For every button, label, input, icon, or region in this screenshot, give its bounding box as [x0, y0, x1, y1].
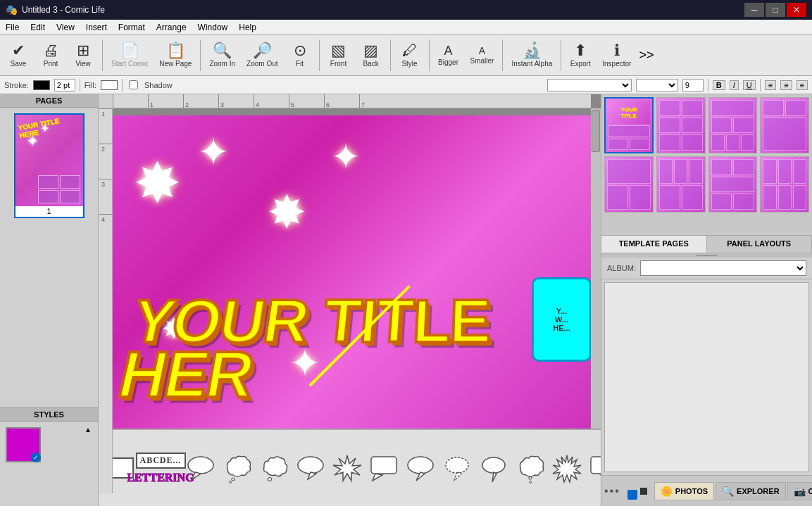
- close-button[interactable]: ✕: [787, 3, 806, 17]
- save-button[interactable]: ✔ Save: [3, 40, 34, 70]
- italic-button[interactable]: I: [730, 80, 739, 90]
- align-center-button[interactable]: ≡: [780, 80, 792, 90]
- new-page-button[interactable]: 📋 New Page: [154, 40, 196, 70]
- scrollbar-thumb[interactable]: [592, 110, 600, 152]
- zoom-out-button[interactable]: 🔎 Zoom Out: [242, 40, 282, 70]
- template-thumb-4[interactable]: [760, 97, 809, 153]
- style-label: Style: [401, 60, 417, 68]
- thumb-star-2: ✦: [40, 122, 49, 135]
- tab-template-pages[interactable]: TEMPLATE PAGES: [601, 236, 707, 253]
- balloon-oval-down-1[interactable]: [403, 453, 438, 483]
- instant-alpha-icon: 🔬: [523, 43, 542, 58]
- toolbar: ✔ Save 🖨 Print ⊞ View 📄 Start Comic 📋 Ne…: [0, 35, 812, 76]
- camera-tab[interactable]: 📷 CAMERA: [787, 482, 812, 500]
- template-scroll[interactable]: YOURTITLE: [601, 94, 812, 235]
- template-thumb-6[interactable]: [656, 156, 706, 213]
- stroke-color[interactable]: [33, 80, 50, 90]
- view-button[interactable]: ⊞ View: [68, 40, 99, 70]
- photos-tab[interactable]: 🌼 PHOTOS: [654, 482, 714, 500]
- canvas-title[interactable]: YOUR TITLE HER: [114, 296, 591, 403]
- balloon-lettering[interactable]: ABCDE... LETTERING: [139, 436, 182, 500]
- balloon-oval-2[interactable]: [293, 436, 328, 500]
- inspector-button[interactable]: ℹ Inspector: [597, 40, 636, 70]
- balloon-oval-down-2[interactable]: [439, 453, 475, 483]
- align-right-button[interactable]: ≡: [797, 80, 808, 90]
- menu-arrange[interactable]: Arrange: [151, 21, 192, 34]
- stroke-value[interactable]: [54, 79, 75, 91]
- ruler-v-tick-2: 2: [99, 144, 112, 179]
- template-thumb-5[interactable]: [604, 156, 654, 213]
- svg-marker-15: [492, 472, 496, 482]
- bold-button[interactable]: B: [713, 80, 725, 90]
- template-thumb-1[interactable]: YOURTITLE: [604, 97, 654, 153]
- balloon-cloud-1-svg: [222, 453, 253, 483]
- balloon-cloud-down[interactable]: [513, 453, 548, 483]
- balloon-rect-speech[interactable]: [366, 436, 401, 500]
- bigger-icon: A: [444, 44, 453, 57]
- slider-thumb[interactable]: [627, 490, 637, 500]
- back-icon: ▨: [363, 43, 378, 58]
- template-thumb-3[interactable]: [708, 97, 758, 153]
- menu-view[interactable]: View: [51, 21, 80, 34]
- photo-bar-slider: [622, 488, 653, 495]
- menu-edit[interactable]: Edit: [25, 21, 51, 34]
- album-select[interactable]: [640, 260, 806, 276]
- zoom-in-icon: 🔍: [213, 43, 232, 58]
- balloon-oval-down-2-svg: [442, 453, 473, 483]
- back-button[interactable]: ▨ Back: [356, 40, 387, 70]
- fit-button[interactable]: ⊙ Fit: [285, 40, 316, 70]
- toolbar-more-button[interactable]: >>: [637, 46, 655, 64]
- fill-label: Fill:: [85, 81, 96, 89]
- style-swatch-1[interactable]: ✓: [6, 427, 41, 462]
- align-left-button[interactable]: ≡: [765, 80, 776, 90]
- export-button[interactable]: ⬆ Export: [565, 40, 596, 70]
- template-thumb-7[interactable]: [708, 156, 758, 213]
- style-button[interactable]: 🖊 Style: [394, 40, 425, 70]
- menu-insert[interactable]: Insert: [80, 21, 113, 34]
- balloon-oval-down-1-svg: [405, 453, 436, 483]
- start-comic-label: Start Comic: [111, 60, 148, 68]
- view-label: View: [75, 60, 91, 68]
- font-size-input[interactable]: [682, 79, 704, 91]
- instant-alpha-button[interactable]: 🔬 Instant Alpha: [506, 40, 557, 70]
- front-button[interactable]: ▧ Front: [323, 40, 354, 70]
- canvas[interactable]: ✸ ✦ ✸ ✦ ✸ ✦ YOUR TITLE HER Y...W...HE...: [113, 115, 591, 429]
- smaller-label: Smaller: [470, 57, 494, 65]
- tab-panel-layouts[interactable]: PANEL LAYOUTS: [707, 236, 813, 253]
- styles-collapse-button[interactable]: ▲: [85, 426, 92, 434]
- balloon-cloud-1[interactable]: [220, 436, 255, 500]
- page-thumb-1[interactable]: YOUR TITLEHERE ✦ ✦ 1: [14, 113, 85, 218]
- star-decoration-3: ✸: [268, 186, 306, 239]
- photo-bar-dots[interactable]: •••: [604, 485, 620, 498]
- minimize-button[interactable]: ─: [744, 3, 764, 17]
- menu-file[interactable]: File: [0, 21, 25, 34]
- start-comic-button[interactable]: 📄 Start Comic: [106, 40, 153, 70]
- smaller-button[interactable]: A Smaller: [466, 43, 499, 68]
- explorer-tab[interactable]: 🔍 EXPLORER: [716, 482, 786, 500]
- font-style-dropdown[interactable]: [636, 79, 678, 91]
- shadow-checkbox[interactable]: [129, 80, 138, 89]
- print-button[interactable]: 🖨 Print: [35, 40, 66, 70]
- font-dropdown[interactable]: [547, 79, 632, 91]
- menu-format[interactable]: Format: [113, 21, 151, 34]
- balloon-cloud-2[interactable]: [256, 436, 292, 500]
- bigger-button[interactable]: A Bigger: [433, 42, 464, 69]
- template-thumb-8[interactable]: [760, 156, 809, 213]
- zoom-in-button[interactable]: 🔍 Zoom In: [204, 40, 240, 70]
- maximize-button[interactable]: □: [766, 3, 785, 17]
- slider-track[interactable]: [627, 490, 637, 493]
- template-thumb-2[interactable]: [656, 97, 706, 153]
- balloon-oval-down-3[interactable]: [476, 453, 511, 483]
- balloon-rect-speech-2[interactable]: [586, 453, 601, 483]
- underline-button[interactable]: U: [743, 80, 756, 90]
- balloon-bar: ABCDE... LETTERING: [99, 429, 601, 506]
- speech-bubble[interactable]: Y...W...HE...: [532, 277, 591, 362]
- ruler-corner: [99, 94, 113, 108]
- balloon-oval-1[interactable]: [183, 436, 218, 500]
- fill-color[interactable]: [101, 80, 118, 90]
- balloon-burst[interactable]: [330, 436, 365, 500]
- balloon-burst-2[interactable]: [549, 453, 585, 483]
- menu-window[interactable]: Window: [192, 21, 234, 34]
- menu-help[interactable]: Help: [233, 21, 262, 34]
- balloon-cloud-2-svg: [258, 453, 289, 483]
